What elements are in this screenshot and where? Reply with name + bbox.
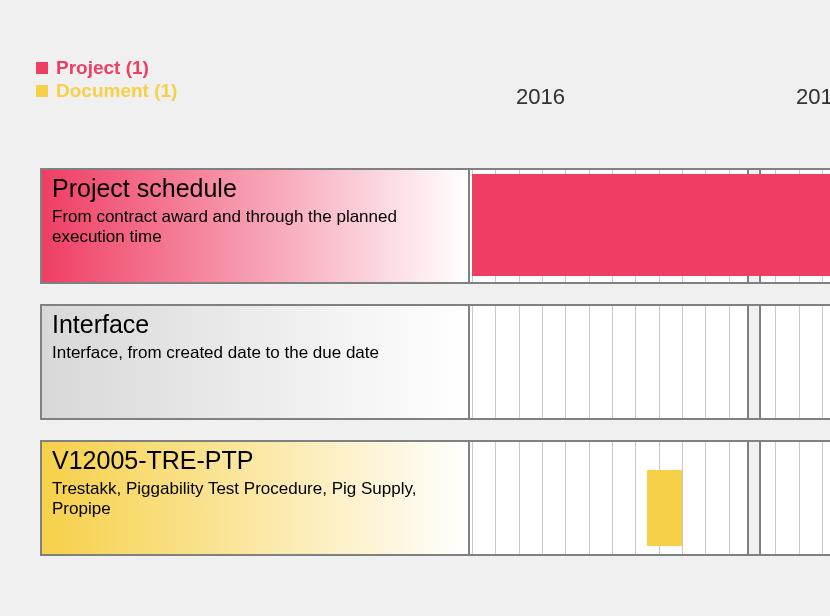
month-gridline	[799, 306, 800, 418]
month-gridline	[565, 442, 566, 554]
month-gridline	[659, 306, 660, 418]
legend-document: Document (1)	[36, 79, 177, 102]
month-gridline	[705, 442, 706, 554]
month-gridline	[589, 442, 590, 554]
legend-document-label: Document	[56, 79, 149, 102]
row-label: Project scheduleFrom contract award and …	[42, 170, 470, 282]
month-gridline	[775, 442, 776, 554]
gantt-bar	[647, 470, 682, 546]
row-title: Project schedule	[52, 174, 458, 203]
row-timeline	[472, 442, 830, 554]
month-gridline	[519, 306, 520, 418]
square-icon	[36, 62, 48, 74]
legend-project-count: (1)	[126, 56, 149, 79]
month-gridline	[472, 442, 473, 554]
legend-project: Project (1)	[36, 56, 177, 79]
month-gridline	[635, 442, 636, 554]
month-gridline	[612, 442, 613, 554]
gantt-row-doc-v12005: V12005-TRE-PTPTrestakk, Piggability Test…	[40, 440, 830, 556]
month-gridline	[635, 306, 636, 418]
month-gridline	[682, 442, 683, 554]
row-timeline	[472, 306, 830, 418]
legend: Project (1) Document (1)	[36, 56, 177, 102]
gantt-row-interface: InterfaceInterface, from created date to…	[40, 304, 830, 420]
month-gridline	[729, 442, 730, 554]
year-separator	[747, 306, 761, 418]
square-icon	[36, 85, 48, 97]
month-gridline	[705, 306, 706, 418]
month-gridline	[472, 306, 473, 418]
month-gridline	[682, 306, 683, 418]
row-title: Interface	[52, 310, 458, 339]
row-label: InterfaceInterface, from created date to…	[42, 306, 470, 418]
legend-document-count: (1)	[154, 79, 177, 102]
gantt-row-project-schedule: Project scheduleFrom contract award and …	[40, 168, 830, 284]
year-separator	[747, 442, 761, 554]
row-desc: From contract award and through the plan…	[52, 207, 458, 247]
month-gridline	[542, 306, 543, 418]
row-label: V12005-TRE-PTPTrestakk, Piggability Test…	[42, 442, 470, 554]
row-title: V12005-TRE-PTP	[52, 446, 458, 475]
month-gridline	[495, 306, 496, 418]
month-gridline	[519, 442, 520, 554]
month-gridline	[612, 306, 613, 418]
month-gridline	[565, 306, 566, 418]
month-gridline	[589, 306, 590, 418]
row-desc: Trestakk, Piggability Test Procedure, Pi…	[52, 479, 458, 519]
year-label: 2017	[796, 84, 830, 110]
month-gridline	[495, 442, 496, 554]
month-gridline	[775, 306, 776, 418]
row-desc: Interface, from created date to the due …	[52, 343, 458, 363]
month-gridline	[822, 442, 823, 554]
month-gridline	[729, 306, 730, 418]
month-gridline	[799, 442, 800, 554]
gantt-bar	[472, 174, 830, 276]
year-label: 2016	[516, 84, 565, 110]
legend-project-label: Project	[56, 56, 120, 79]
month-gridline	[822, 306, 823, 418]
row-timeline	[472, 170, 830, 282]
month-gridline	[542, 442, 543, 554]
